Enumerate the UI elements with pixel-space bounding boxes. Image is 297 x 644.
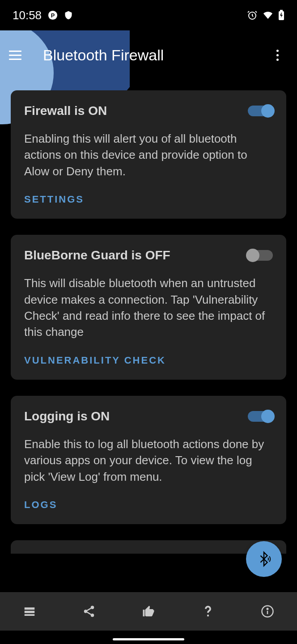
svg-rect-7: [25, 614, 35, 616]
alarm-icon: [247, 10, 258, 21]
card-title: BlueBorne Guard is OFF: [24, 248, 170, 263]
bottom-nav: [0, 592, 297, 631]
bluetooth-fab[interactable]: [246, 541, 282, 577]
svg-rect-5: [25, 607, 35, 610]
firewall-toggle[interactable]: [248, 106, 273, 116]
wifi-icon: [262, 10, 274, 20]
svg-text:P: P: [51, 12, 55, 19]
card-title: Firewall is ON: [24, 104, 107, 118]
card-description: Enable this to log all bluetooth actions…: [24, 436, 273, 485]
svg-rect-6: [25, 611, 35, 613]
blueborne-toggle[interactable]: [248, 250, 273, 261]
card-description: Enabling this will alert you of all blue…: [24, 131, 273, 179]
nav-info[interactable]: [254, 598, 281, 625]
svg-rect-4: [280, 10, 283, 11]
svg-point-13: [267, 608, 268, 610]
card-title: Logging is ON: [24, 409, 110, 424]
shield-icon: [64, 10, 73, 21]
svg-point-9: [84, 610, 88, 613]
svg-point-8: [91, 606, 94, 610]
list-icon: [23, 605, 36, 618]
battery-icon: [278, 10, 284, 21]
svg-point-10: [91, 614, 94, 617]
nav-list[interactable]: [16, 598, 43, 625]
nav-share[interactable]: [76, 598, 102, 625]
share-icon: [82, 605, 96, 618]
card-description: This will disable bluetooth when an untr…: [24, 275, 273, 340]
card-blueborne: BlueBorne Guard is OFF This will disable…: [11, 235, 286, 380]
thumbs-up-icon: [142, 605, 155, 618]
app-bar: Bluetooth Firewall: [0, 30, 297, 80]
nav-like[interactable]: [135, 598, 162, 625]
status-time: 10:58: [13, 8, 42, 22]
vulnerability-check-button[interactable]: VULNERABILITY CHECK: [24, 355, 273, 366]
card-logging: Logging is ON Enable this to log all blu…: [11, 396, 286, 524]
nav-help[interactable]: [195, 598, 221, 625]
settings-button[interactable]: SETTINGS: [24, 194, 273, 205]
help-icon: [201, 605, 215, 618]
bluetooth-broadcast-icon: [256, 551, 272, 567]
app-title: Bluetooth Firewall: [43, 47, 267, 64]
info-icon: [261, 605, 274, 618]
logs-button[interactable]: LOGS: [24, 499, 273, 511]
card-firewall: Firewall is ON Enabling this will alert …: [11, 90, 286, 219]
more-button[interactable]: [267, 44, 288, 66]
home-indicator[interactable]: [113, 638, 184, 640]
status-bar: 10:58 P: [0, 0, 297, 30]
parking-icon: P: [48, 10, 58, 20]
menu-button[interactable]: [9, 44, 30, 66]
card-peek: [11, 540, 286, 554]
logging-toggle[interactable]: [248, 411, 273, 422]
content: Firewall is ON Enabling this will alert …: [0, 80, 297, 564]
